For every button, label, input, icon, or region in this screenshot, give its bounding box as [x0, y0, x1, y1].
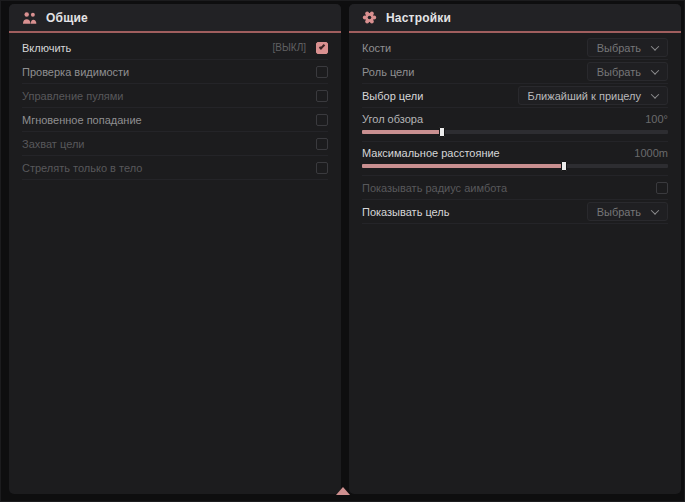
slider-thumb[interactable] [439, 127, 445, 137]
mod-menu: Общие Включить [ВЫКЛ] Проверка видимости… [0, 0, 685, 502]
row-target-lock: Захват цели [22, 132, 328, 156]
bones-dropdown[interactable]: Выбрать [587, 38, 668, 57]
slider-fill [362, 130, 442, 134]
settings-rows: Кости Выбрать Роль цели Выбрать Выбор це… [349, 33, 681, 224]
bullet-control-checkbox[interactable] [316, 90, 328, 102]
row-bones: Кости Выбрать [362, 36, 668, 60]
row-fov: Угол обзора 100° [362, 108, 668, 142]
body-only-checkbox[interactable] [316, 162, 328, 174]
row-label: Управление пулями [22, 90, 124, 102]
row-bullet-control: Управление пулями [22, 84, 328, 108]
users-icon [22, 11, 37, 25]
row-label: Стрелять только в тело [22, 162, 142, 174]
row-label: Показывать радиус аимбота [362, 182, 507, 194]
panel-title: Настройки [386, 11, 451, 25]
row-label: Роль цели [362, 66, 414, 78]
chevron-down-icon [651, 66, 659, 74]
dropdown-value: Выбрать [597, 42, 641, 54]
row-label: Выбор цели [362, 90, 423, 102]
instant-hit-checkbox[interactable] [316, 114, 328, 126]
row-label: Максимальное расстояние [362, 147, 500, 159]
row-target-role: Роль цели Выбрать [362, 60, 668, 84]
row-show-target: Показывать цель Выбрать [362, 200, 668, 224]
check-icon [319, 43, 325, 49]
chevron-down-icon [651, 206, 659, 214]
max-distance-slider[interactable] [362, 164, 668, 168]
target-select-dropdown[interactable]: Ближайший к прицелу [518, 86, 668, 105]
row-label: Мгновенное попадание [22, 114, 142, 126]
row-target-select: Выбор цели Ближайший к прицелу [362, 84, 668, 108]
panel-general: Общие Включить [ВЫКЛ] Проверка видимости… [9, 4, 341, 494]
enable-checkbox[interactable] [316, 42, 328, 54]
slider-value: 1000m [634, 147, 668, 159]
row-label: Включить [22, 42, 71, 54]
row-body-only: Стрелять только в тело [22, 156, 328, 180]
slider-fill [362, 164, 564, 168]
panel-settings-header[interactable]: Настройки [349, 4, 681, 31]
chevron-down-icon [651, 90, 659, 98]
row-max-distance: Максимальное расстояние 1000m [362, 142, 668, 176]
visibility-check-checkbox[interactable] [316, 66, 328, 78]
slider-value: 100° [645, 113, 668, 125]
row-label: Показывать цель [362, 206, 450, 218]
chevron-down-icon [651, 42, 659, 50]
row-instant-hit: Мгновенное попадание [22, 108, 328, 132]
row-label: Проверка видимости [22, 66, 129, 78]
dropdown-value: Выбрать [597, 66, 641, 78]
row-label: Захват цели [22, 138, 84, 150]
row-visibility-check: Проверка видимости [22, 60, 328, 84]
dropdown-value: Ближайший к прицелу [528, 90, 641, 102]
row-show-aimbot-radius: Показывать радиус аимбота [362, 176, 668, 200]
panel-title: Общие [46, 11, 88, 25]
panel-general-header[interactable]: Общие [9, 4, 341, 31]
general-rows: Включить [ВЫКЛ] Проверка видимости Управ… [9, 33, 341, 180]
row-label: Кости [362, 42, 391, 54]
panel-settings: Настройки Кости Выбрать Роль цели Выбрат… [349, 4, 681, 494]
state-text: [ВЫКЛ] [273, 42, 306, 53]
row-enable: Включить [ВЫКЛ] [22, 36, 328, 60]
target-lock-checkbox[interactable] [316, 138, 328, 150]
gear-icon [362, 10, 377, 25]
row-label: Угол обзора [362, 113, 423, 125]
show-target-dropdown[interactable]: Выбрать [587, 202, 668, 221]
show-aimbot-radius-checkbox[interactable] [656, 182, 668, 194]
scroll-up-icon[interactable] [336, 487, 350, 495]
fov-slider[interactable] [362, 130, 668, 134]
dropdown-value: Выбрать [597, 206, 641, 218]
slider-thumb[interactable] [561, 161, 567, 171]
target-role-dropdown[interactable]: Выбрать [587, 62, 668, 81]
